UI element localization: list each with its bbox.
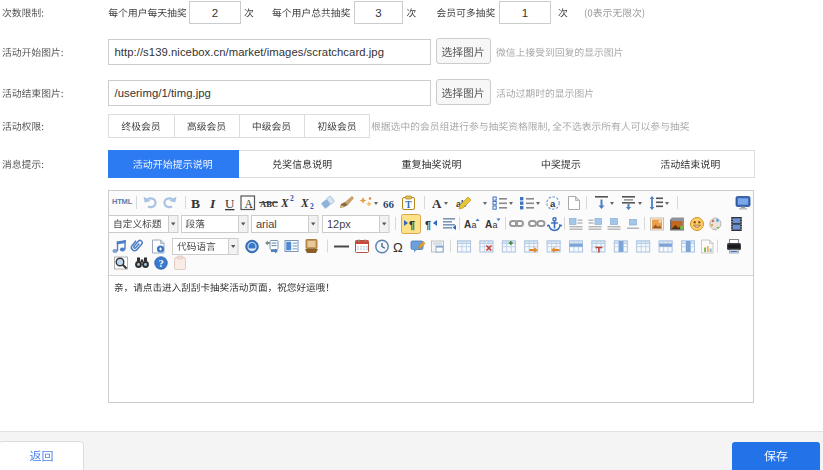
svg-text:U: U xyxy=(225,196,235,211)
svg-text:X: X xyxy=(280,197,289,209)
svg-text:A: A xyxy=(245,198,254,210)
svg-text:a: a xyxy=(472,220,477,230)
svg-text:T: T xyxy=(405,200,412,210)
svg-text:A: A xyxy=(464,219,471,230)
svg-text:Ω: Ω xyxy=(393,240,403,255)
svg-text:B: B xyxy=(191,196,200,211)
svg-text:ABC: ABC xyxy=(260,199,278,209)
svg-text:X: X xyxy=(300,197,309,209)
svg-text:I: I xyxy=(209,196,216,211)
svg-text:a: a xyxy=(493,220,498,230)
svg-text:A: A xyxy=(485,219,492,230)
svg-text:2: 2 xyxy=(310,202,314,211)
svg-text:A: A xyxy=(432,196,442,211)
svg-text:?: ? xyxy=(158,258,163,269)
svg-text:66: 66 xyxy=(383,198,395,210)
svg-text:¶: ¶ xyxy=(425,219,431,231)
svg-text:¶: ¶ xyxy=(409,219,415,231)
svg-text:a: a xyxy=(550,198,556,209)
svg-text:2: 2 xyxy=(290,194,294,203)
